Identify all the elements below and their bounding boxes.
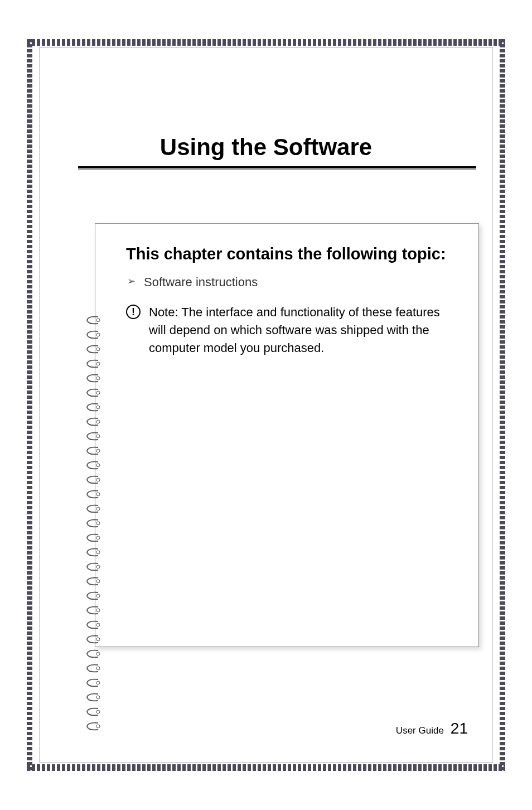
svg-point-21 xyxy=(96,623,100,626)
svg-point-5 xyxy=(96,391,100,394)
border-dashed-left xyxy=(27,39,32,771)
page-number: 21 xyxy=(451,720,468,737)
spiral-ring-icon xyxy=(85,475,100,485)
spiral-ring-icon xyxy=(85,547,100,557)
spiral-ring-icon xyxy=(85,417,100,427)
spiral-ring-icon xyxy=(85,678,100,688)
spiral-binding xyxy=(85,315,104,739)
spiral-ring-icon xyxy=(85,460,100,470)
bullet-text: Software instructions xyxy=(144,275,258,290)
bullet-item: ➢ Software instructions xyxy=(127,275,459,290)
svg-point-25 xyxy=(96,681,100,684)
spiral-ring-icon xyxy=(85,330,100,340)
svg-point-13 xyxy=(96,507,100,510)
spiral-ring-icon xyxy=(85,504,100,514)
title-underline-thin xyxy=(78,170,476,170)
border-dashed-bottom xyxy=(27,764,505,771)
svg-point-1 xyxy=(96,333,100,336)
svg-point-27 xyxy=(96,710,100,713)
svg-point-22 xyxy=(96,638,100,641)
svg-point-28 xyxy=(96,725,100,728)
note-text: Note: The interface and functionality of… xyxy=(149,303,459,357)
svg-point-7 xyxy=(96,420,100,423)
spiral-ring-icon xyxy=(85,388,100,398)
spiral-ring-icon xyxy=(85,373,100,383)
spiral-ring-icon xyxy=(85,634,100,644)
exclamation-icon: ! xyxy=(126,305,141,319)
spiral-ring-icon xyxy=(85,692,100,702)
bullet-arrow-icon: ➢ xyxy=(127,275,136,287)
svg-point-14 xyxy=(96,522,100,525)
spiral-ring-icon xyxy=(85,402,100,412)
svg-point-17 xyxy=(96,565,100,568)
svg-point-15 xyxy=(96,536,100,539)
svg-point-6 xyxy=(96,406,100,409)
svg-point-12 xyxy=(96,493,100,496)
svg-point-18 xyxy=(96,580,100,583)
spiral-ring-icon xyxy=(85,359,100,369)
spiral-ring-icon xyxy=(85,663,100,673)
spiral-ring-icon xyxy=(85,315,100,325)
spiral-ring-icon xyxy=(85,562,100,572)
note-block: ! Note: The interface and functionality … xyxy=(126,303,459,357)
border-dashed-right xyxy=(500,39,505,771)
svg-point-20 xyxy=(96,609,100,612)
svg-point-0 xyxy=(96,319,100,322)
svg-point-24 xyxy=(96,667,100,670)
spiral-ring-icon xyxy=(85,591,100,601)
section-heading: This chapter contains the following topi… xyxy=(126,243,459,265)
footer-label: User Guide xyxy=(396,725,444,736)
svg-point-16 xyxy=(96,551,100,554)
spiral-ring-icon xyxy=(85,518,100,528)
spiral-ring-icon xyxy=(85,344,100,354)
spiral-ring-icon xyxy=(85,446,100,456)
border-dashed-top xyxy=(27,39,505,46)
page-footer: User Guide 21 xyxy=(396,720,468,737)
svg-point-23 xyxy=(96,652,100,655)
page-container: Using the Software xyxy=(0,0,532,810)
spiral-ring-icon xyxy=(85,533,100,543)
content-box: This chapter contains the following topi… xyxy=(95,223,479,647)
spiral-ring-icon xyxy=(85,721,100,731)
chapter-title: Using the Software xyxy=(50,134,482,161)
svg-point-11 xyxy=(96,478,100,481)
svg-point-2 xyxy=(96,348,100,351)
spiral-ring-icon xyxy=(85,707,100,717)
spiral-ring-icon xyxy=(85,605,100,615)
svg-point-8 xyxy=(96,435,100,438)
spiral-ring-icon xyxy=(85,431,100,441)
spiral-ring-icon xyxy=(85,649,100,659)
spiral-ring-icon xyxy=(85,620,100,630)
svg-point-10 xyxy=(96,464,100,467)
title-underline-thick xyxy=(78,166,476,168)
svg-point-9 xyxy=(96,449,100,452)
spiral-ring-icon xyxy=(85,576,100,586)
content-area: Using the Software xyxy=(50,56,482,754)
spiral-ring-icon xyxy=(85,489,100,499)
svg-point-26 xyxy=(96,696,100,699)
note-body: The interface and functionality of these… xyxy=(149,305,440,355)
note-label: Note: xyxy=(149,305,178,319)
svg-point-4 xyxy=(96,377,100,380)
svg-point-3 xyxy=(96,362,100,365)
svg-point-19 xyxy=(96,594,100,597)
